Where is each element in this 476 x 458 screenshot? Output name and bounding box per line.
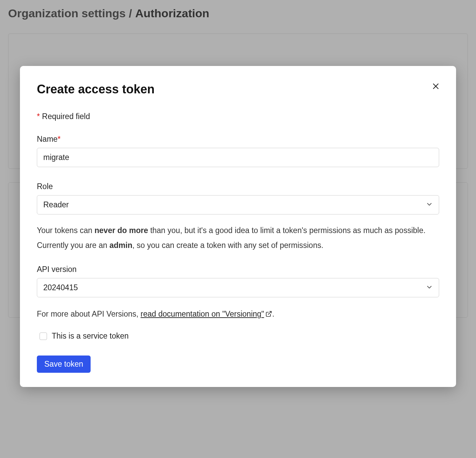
- api-version-field-group: API version 20240415: [37, 265, 439, 297]
- create-token-modal: Create access token * Required field Nam…: [20, 66, 456, 387]
- versioning-doc-link[interactable]: read documentation on "Versioning": [141, 310, 272, 318]
- api-version-label: API version: [37, 265, 439, 274]
- close-icon: [432, 86, 440, 91]
- service-token-checkbox[interactable]: [40, 333, 47, 340]
- name-input[interactable]: [37, 148, 439, 167]
- service-token-label: This is a service token: [52, 331, 129, 341]
- role-select[interactable]: Reader: [37, 195, 439, 214]
- required-asterisk: *: [37, 112, 40, 121]
- close-button[interactable]: [430, 81, 441, 93]
- save-token-button[interactable]: Save token: [37, 356, 91, 373]
- role-help-text: Your tokens can never do more than you, …: [37, 225, 439, 251]
- external-link-icon: [265, 310, 272, 319]
- svg-line-2: [268, 312, 271, 315]
- role-label: Role: [37, 182, 439, 191]
- api-version-select[interactable]: 20240415: [37, 278, 439, 297]
- modal-title: Create access token: [37, 82, 439, 96]
- name-label: Name*: [37, 135, 439, 144]
- name-field-group: Name*: [37, 135, 439, 167]
- api-version-select-value[interactable]: 20240415: [37, 278, 439, 297]
- modal-overlay[interactable]: Create access token * Required field Nam…: [0, 0, 476, 458]
- required-field-note: * Required field: [37, 112, 439, 121]
- service-token-row: This is a service token: [40, 331, 439, 341]
- api-version-doc-note: For more about API Versions, read docume…: [37, 310, 439, 319]
- role-field-group: Role Reader: [37, 182, 439, 214]
- required-asterisk: *: [57, 135, 61, 143]
- role-select-value[interactable]: Reader: [37, 195, 439, 214]
